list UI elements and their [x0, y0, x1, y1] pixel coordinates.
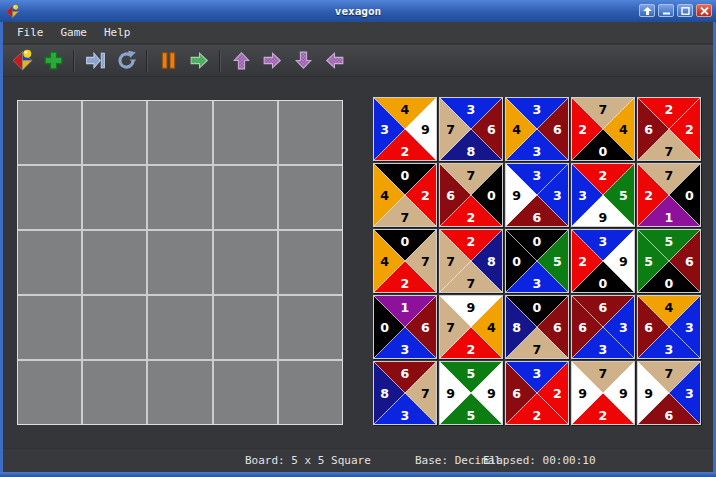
tile-number-bottom: 3: [599, 342, 608, 357]
menu-help[interactable]: Help: [98, 23, 137, 42]
tile-r4c4[interactable]: 6336: [571, 295, 635, 359]
tile-r1c4[interactable]: 7402: [571, 97, 635, 161]
board-cell[interactable]: [214, 231, 277, 294]
tile-r5c2[interactable]: 5959: [439, 361, 503, 425]
tile-number-right: 5: [619, 188, 628, 203]
board-cell[interactable]: [148, 166, 211, 229]
tile-number-left: 6: [512, 386, 521, 401]
tile-r3c3[interactable]: 0530: [505, 229, 569, 293]
close-button[interactable]: [696, 4, 712, 17]
shade-button[interactable]: [639, 4, 655, 17]
tile-r4c3[interactable]: 0678: [505, 295, 569, 359]
tile-face: 5605: [638, 230, 700, 292]
tile-number-left: 2: [578, 254, 587, 269]
tile-r4c5[interactable]: 4336: [637, 295, 701, 359]
tile-r2c1[interactable]: 0274: [373, 163, 437, 227]
tile-r3c2[interactable]: 2877: [439, 229, 503, 293]
tile-number-left: 7: [446, 122, 455, 137]
tile-r5c4[interactable]: 7929: [571, 361, 635, 425]
tile-r4c1[interactable]: 1630: [373, 295, 437, 359]
board-cell[interactable]: [148, 231, 211, 294]
menu-game[interactable]: Game: [55, 23, 94, 42]
board-cell[interactable]: [214, 101, 277, 164]
resume-button[interactable]: [185, 47, 213, 75]
tile-number-bottom: 8: [467, 144, 476, 159]
new-game-button[interactable]: [8, 47, 36, 75]
board-cell[interactable]: [83, 296, 146, 359]
window-title: vexagon: [0, 5, 716, 18]
maximize-button[interactable]: [677, 4, 693, 17]
board-cell[interactable]: [148, 101, 211, 164]
tile-r1c2[interactable]: 3687: [439, 97, 503, 161]
board-cell[interactable]: [279, 296, 342, 359]
tile-r5c3[interactable]: 3226: [505, 361, 569, 425]
tile-r3c5[interactable]: 5605: [637, 229, 701, 293]
board-cell[interactable]: [18, 361, 81, 424]
shift-up-button[interactable]: [227, 47, 255, 75]
board-cell[interactable]: [279, 231, 342, 294]
board-cell[interactable]: [83, 231, 146, 294]
tile-r1c5[interactable]: 2276: [637, 97, 701, 161]
tile-r2c5[interactable]: 7012: [637, 163, 701, 227]
arrow-right-icon: [261, 49, 284, 72]
tile-number-bottom: 7: [467, 276, 476, 291]
tile-number-top: 2: [665, 102, 674, 117]
board-cell[interactable]: [214, 296, 277, 359]
board-cell[interactable]: [83, 101, 146, 164]
board-cell[interactable]: [214, 361, 277, 424]
restart-button[interactable]: [112, 47, 140, 75]
arrow-up-icon: [230, 49, 253, 72]
board-cell[interactable]: [18, 101, 81, 164]
skip-forward-button[interactable]: [81, 47, 109, 75]
tile-number-top: 6: [401, 366, 410, 381]
board-cell[interactable]: [83, 361, 146, 424]
tile-number-bottom: 3: [533, 144, 542, 159]
board-cell[interactable]: [18, 231, 81, 294]
menu-file[interactable]: File: [11, 23, 50, 42]
tile-number-top: 1: [401, 300, 410, 315]
tile-r1c1[interactable]: 4923: [373, 97, 437, 161]
tile-number-bottom: 3: [665, 342, 674, 357]
tile-number-top: 6: [599, 300, 608, 315]
tile-r5c5[interactable]: 7369: [637, 361, 701, 425]
tile-number-bottom: 2: [467, 210, 476, 225]
tile-r3c4[interactable]: 3902: [571, 229, 635, 293]
tile-number-right: 4: [487, 320, 496, 335]
minimize-button[interactable]: [658, 4, 674, 17]
pause-button[interactable]: [154, 47, 182, 75]
tile-r5c1[interactable]: 6738: [373, 361, 437, 425]
board-cell[interactable]: [279, 166, 342, 229]
tile-r2c4[interactable]: 2593: [571, 163, 635, 227]
tile-r2c3[interactable]: 3369: [505, 163, 569, 227]
shift-down-button[interactable]: [289, 47, 317, 75]
tile-number-top: 0: [401, 234, 410, 249]
tile-number-top: 3: [599, 234, 608, 249]
tile-r4c2[interactable]: 9427: [439, 295, 503, 359]
board-cell[interactable]: [18, 296, 81, 359]
title-bar[interactable]: vexagon: [0, 0, 716, 22]
tile-number-top: 4: [401, 102, 410, 117]
board-cell[interactable]: [214, 166, 277, 229]
tile-face: 7369: [638, 362, 700, 424]
tile-number-right: 5: [553, 254, 562, 269]
tile-number-top: 3: [533, 366, 542, 381]
tile-r3c1[interactable]: 0724: [373, 229, 437, 293]
board-cell[interactable]: [83, 166, 146, 229]
tile-number-left: 6: [446, 188, 455, 203]
board-cell[interactable]: [148, 361, 211, 424]
tile-number-left: 9: [446, 386, 455, 401]
tile-number-right: 7: [421, 254, 430, 269]
shift-right-button[interactable]: [258, 47, 286, 75]
add-button[interactable]: [39, 47, 67, 75]
board-cell[interactable]: [279, 361, 342, 424]
board-cell[interactable]: [18, 166, 81, 229]
tile-number-bottom: 2: [401, 276, 410, 291]
board-cell[interactable]: [279, 101, 342, 164]
board-cell[interactable]: [148, 296, 211, 359]
tile-face: 2593: [572, 164, 634, 226]
tile-r1c3[interactable]: 3634: [505, 97, 569, 161]
shift-left-button[interactable]: [320, 47, 348, 75]
tile-face: 6738: [374, 362, 436, 424]
tile-number-right: 4: [619, 122, 628, 137]
tile-r2c2[interactable]: 7026: [439, 163, 503, 227]
